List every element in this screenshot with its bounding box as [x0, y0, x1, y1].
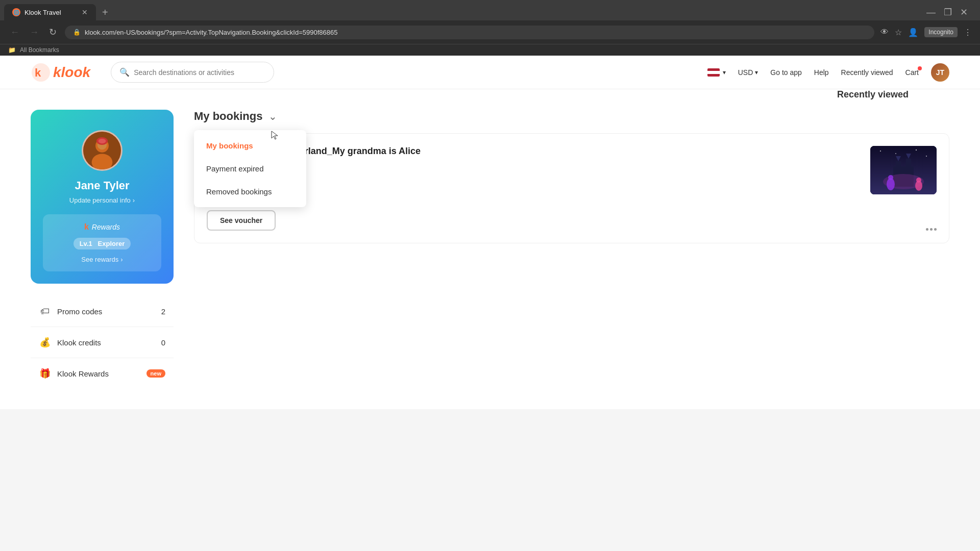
logo-wordmark: klook: [53, 64, 90, 81]
promo-codes-icon: 🏷: [39, 305, 51, 317]
recently-viewed-title: Recently viewed: [837, 89, 980, 100]
dropdown-item-my-bookings[interactable]: My bookings: [194, 134, 306, 157]
chevron-right-icon: ›: [133, 196, 135, 204]
search-icon: 🔍: [119, 67, 130, 77]
language-selector[interactable]: ▾: [707, 68, 726, 77]
url-bar[interactable]: 🔒 klook.com/en-US/bookings/?spm=Activity…: [65, 26, 874, 39]
promo-codes-count: 2: [161, 307, 165, 316]
svg-point-12: [926, 156, 927, 157]
klook-credits-icon: 💰: [39, 336, 51, 348]
see-rewards-link[interactable]: See rewards ›: [51, 256, 153, 263]
logo[interactable]: k klook: [31, 62, 90, 83]
promo-codes-label: Promo codes: [57, 307, 155, 316]
cart-label: Cart: [905, 68, 919, 77]
avatar-image: [83, 132, 121, 169]
bookings-content: My bookings ⌄ My bookings Payment expire…: [194, 110, 949, 389]
main-content: Jane Tyler Update personal info › k Rewa…: [0, 89, 980, 409]
sidebar-item-promo-codes[interactable]: 🏷 Promo codes 2: [31, 296, 174, 327]
booking-card: RLAND Revisit Wonderland_My grandma is A…: [194, 133, 949, 243]
go-to-app-link[interactable]: Go to app: [770, 68, 802, 77]
svg-point-20: [888, 175, 893, 180]
close-button[interactable]: ✕: [960, 7, 968, 18]
klook-logo-icon: k: [31, 62, 51, 83]
help-link[interactable]: Help: [814, 68, 829, 77]
my-bookings-label: My bookings: [206, 141, 253, 150]
rewards-k-icon: k: [84, 222, 89, 232]
currency-label: USD: [738, 68, 753, 77]
svg-rect-15: [906, 159, 911, 171]
more-dot-1: [926, 228, 928, 231]
dropdown-item-removed-bookings[interactable]: Removed bookings: [194, 180, 306, 203]
avatar-svg: [83, 130, 121, 171]
incognito-label: Incognito: [924, 27, 958, 37]
eye-slash-icon: 👁: [880, 28, 889, 37]
see-rewards-label: See rewards: [81, 256, 118, 263]
forward-button[interactable]: →: [28, 25, 41, 40]
profile-sidebar: Jane Tyler Update personal info › k Rewa…: [31, 110, 174, 389]
dropdown-arrow-lang: ▾: [723, 69, 726, 76]
sidebar-item-klook-credits[interactable]: 💰 Klook credits 0: [31, 327, 174, 358]
new-tab-button[interactable]: +: [98, 5, 112, 20]
bookmarks-bar: 📁 All Bookmarks: [0, 44, 980, 56]
site-header: k klook 🔍 ▾ USD ▾ Go to app Help Recentl…: [0, 56, 980, 89]
back-button[interactable]: ←: [8, 25, 21, 40]
recently-viewed-section: Recently viewed: [837, 89, 980, 106]
browser-tabs: 🌐 Klook Travel ✕ + — ❐ ✕: [0, 0, 980, 20]
lock-icon: 🔒: [73, 29, 81, 36]
bookings-dropdown-arrow-icon[interactable]: ⌄: [268, 110, 277, 122]
maximize-button[interactable]: ❐: [944, 7, 952, 18]
recently-viewed-link[interactable]: Recently viewed: [841, 68, 893, 77]
rewards-text-label: Rewards: [92, 223, 120, 231]
profile-card: Jane Tyler Update personal info › k Rewa…: [31, 110, 174, 284]
dropdown-item-payment-expired[interactable]: Payment expired: [194, 157, 306, 180]
level-badge: Lv.1 Explorer: [74, 238, 131, 249]
svg-text:k: k: [35, 66, 41, 79]
tab-close-button[interactable]: ✕: [82, 8, 88, 16]
cart-link[interactable]: Cart: [905, 68, 919, 77]
us-flag-icon: [707, 68, 720, 77]
toolbar-actions: 👁 ☆ 👤 Incognito ⋮: [880, 27, 972, 37]
browser-toolbar: ← → ↻ 🔒 klook.com/en-US/bookings/?spm=Ac…: [0, 20, 980, 44]
user-avatar[interactable]: JT: [931, 63, 949, 82]
cart-badge: [918, 66, 922, 70]
profile-name: Jane Tyler: [43, 179, 161, 192]
booking-more-options-button[interactable]: [926, 228, 937, 231]
rewards-badge: k Rewards Lv.1 Explorer See rewards ›: [43, 214, 161, 271]
svg-point-22: [916, 178, 921, 183]
avatar-initials: JT: [936, 68, 944, 77]
update-personal-info-link[interactable]: Update personal info ›: [43, 196, 161, 204]
bookings-header[interactable]: My bookings ⌄ My bookings Payment expire…: [194, 110, 949, 123]
see-rewards-arrow-icon: ›: [120, 256, 122, 263]
svg-point-4: [92, 154, 113, 170]
browser-chrome: 🌐 Klook Travel ✕ + — ❐ ✕ ← → ↻ 🔒 klook.c…: [0, 0, 980, 56]
svg-point-9: [880, 151, 881, 152]
search-input[interactable]: [134, 68, 256, 77]
active-browser-tab[interactable]: 🌐 Klook Travel ✕: [4, 4, 96, 20]
sidebar-item-klook-rewards[interactable]: 🎁 Klook Rewards new: [31, 358, 174, 389]
sidebar-menu: 🏷 Promo codes 2 💰 Klook credits 0 🎁 Kloo…: [31, 296, 174, 389]
reload-button[interactable]: ↻: [47, 24, 59, 40]
update-label: Update personal info: [69, 196, 131, 204]
profile-icon[interactable]: 👤: [908, 28, 918, 37]
booking-img-inner: [870, 146, 937, 194]
more-dot-3: [934, 228, 937, 231]
svg-point-7: [99, 139, 106, 143]
tab-title: Klook Travel: [24, 9, 61, 16]
extensions-icon[interactable]: ⋮: [964, 28, 972, 37]
booking-artwork: [870, 146, 937, 194]
klook-credits-count: 0: [161, 338, 165, 347]
level-number: Lv.1: [80, 240, 92, 247]
bookmark-star-icon[interactable]: ☆: [895, 28, 902, 37]
removed-bookings-label: Removed bookings: [206, 187, 272, 196]
minimize-button[interactable]: —: [926, 7, 936, 18]
payment-expired-label: Payment expired: [206, 164, 264, 173]
currency-selector[interactable]: USD ▾: [738, 68, 758, 77]
klook-rewards-label: Klook Rewards: [57, 369, 140, 378]
tab-favicon: 🌐: [12, 8, 20, 16]
see-voucher-button[interactable]: See voucher: [207, 210, 276, 231]
rewards-logo: k Rewards: [51, 222, 153, 232]
search-bar[interactable]: 🔍: [111, 62, 274, 83]
header-actions: ▾ USD ▾ Go to app Help Recently viewed C…: [707, 63, 949, 82]
svg-point-10: [895, 153, 896, 154]
klook-rewards-icon: 🎁: [39, 367, 51, 380]
